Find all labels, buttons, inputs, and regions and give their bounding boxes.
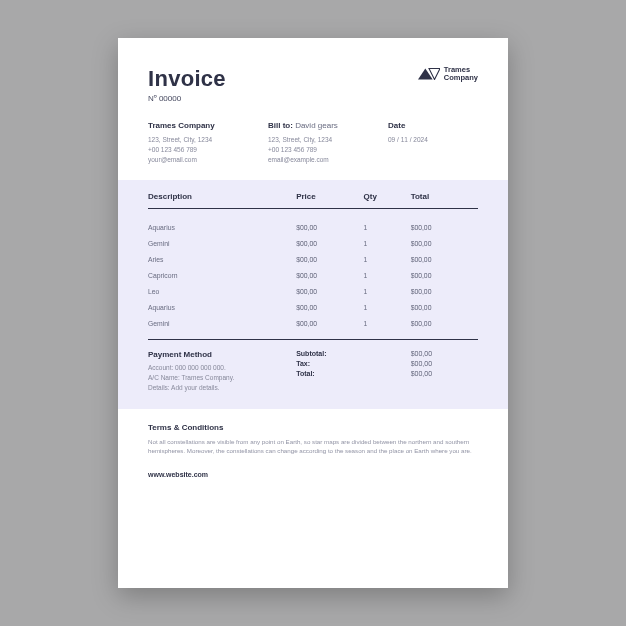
cell-desc: Leo	[148, 288, 296, 295]
billto-name: David gears	[295, 121, 338, 130]
cell-price: $00,00	[296, 320, 363, 327]
cell-qty: 1	[364, 288, 411, 295]
terms-body: Not all constellations are visible from …	[148, 437, 478, 456]
terms-heading: Terms & Conditions	[148, 423, 478, 432]
from-address: 123, Street, City, 1234	[148, 135, 238, 145]
cell-price: $00,00	[296, 256, 363, 263]
payment-acname: A/C Name: Trames Company.	[148, 373, 296, 383]
payment-heading: Payment Method	[148, 350, 296, 359]
cell-price: $00,00	[296, 224, 363, 231]
subtotal-value: $00,00	[411, 350, 478, 357]
payment-details: Details: Add your details.	[148, 383, 296, 393]
company-sub: Company	[444, 74, 478, 82]
cell-qty: 1	[364, 304, 411, 311]
total-value: $00,00	[411, 370, 478, 377]
cell-price: $00,00	[296, 304, 363, 311]
table-header-row: Description Price Qty Total	[148, 192, 478, 209]
table-row: Capricorn$00,001$00,00	[148, 267, 478, 283]
col-header-description: Description	[148, 192, 296, 201]
date-value: 09 / 11 / 2024	[388, 135, 478, 145]
tax-label: Tax:	[296, 360, 411, 367]
info-row: Trames Company 123, Street, City, 1234 +…	[118, 117, 508, 180]
from-phone: +00 123 456 789	[148, 145, 238, 155]
cell-total: $00,00	[411, 320, 478, 327]
header: Invoice Nº 00000 Trames Company	[118, 38, 508, 117]
cell-desc: Aquarius	[148, 224, 296, 231]
total-label: Total:	[296, 370, 411, 377]
cell-qty: 1	[364, 224, 411, 231]
table-row: Gemini$00,001$00,00	[148, 315, 478, 331]
tax-value: $00,00	[411, 360, 478, 367]
billto-heading: Bill to: David gears	[268, 121, 358, 130]
table-body: Aquarius$00,001$00,00Gemini$00,001$00,00…	[148, 219, 478, 331]
date-heading: Date	[388, 121, 478, 130]
summary-total: Total: $00,00	[296, 370, 478, 377]
table-row: Aries$00,001$00,00	[148, 251, 478, 267]
cell-desc: Gemini	[148, 240, 296, 247]
cell-total: $00,00	[411, 288, 478, 295]
cell-qty: 1	[364, 256, 411, 263]
invoice-number: Nº 00000	[148, 94, 226, 103]
payment-method: Payment Method Account: 000 000 000 000.…	[148, 350, 296, 392]
cell-price: $00,00	[296, 272, 363, 279]
cell-qty: 1	[364, 240, 411, 247]
terms-section: Terms & Conditions Not all constellation…	[118, 409, 508, 466]
billto-phone: +00 123 456 789	[268, 145, 358, 155]
cell-desc: Gemini	[148, 320, 296, 327]
billto-address: 123, Street, City, 1234	[268, 135, 358, 145]
col-header-qty: Qty	[364, 192, 411, 201]
summary-subtotal: Subtotal: $00,00	[296, 350, 478, 357]
cell-total: $00,00	[411, 224, 478, 231]
cell-price: $00,00	[296, 288, 363, 295]
cell-qty: 1	[364, 272, 411, 279]
title-block: Invoice Nº 00000	[148, 66, 226, 103]
summary-tax: Tax: $00,00	[296, 360, 478, 367]
table-row: Aquarius$00,001$00,00	[148, 299, 478, 315]
table-row: Gemini$00,001$00,00	[148, 235, 478, 251]
logo-text: Trames Company	[444, 66, 478, 83]
logo: Trames Company	[418, 66, 478, 83]
cell-qty: 1	[364, 320, 411, 327]
col-header-total: Total	[411, 192, 478, 201]
cell-desc: Aries	[148, 256, 296, 263]
cell-desc: Capricorn	[148, 272, 296, 279]
cell-total: $00,00	[411, 240, 478, 247]
summary: Subtotal: $00,00 Tax: $00,00 Total: $00,…	[296, 350, 478, 392]
from-email: your@email.com	[148, 155, 238, 165]
table-row: Aquarius$00,001$00,00	[148, 219, 478, 235]
col-header-price: Price	[296, 192, 363, 201]
cell-total: $00,00	[411, 256, 478, 263]
invoice-page: Invoice Nº 00000 Trames Company Trames C…	[118, 38, 508, 588]
cell-price: $00,00	[296, 240, 363, 247]
triangle-logo-icon	[418, 68, 440, 80]
invoice-title: Invoice	[148, 66, 226, 92]
cell-total: $00,00	[411, 272, 478, 279]
billto-email: email@example.com	[268, 155, 358, 165]
date-block: Date 09 / 11 / 2024	[388, 121, 478, 164]
items-table: Description Price Qty Total Aquarius$00,…	[118, 180, 508, 408]
cell-total: $00,00	[411, 304, 478, 311]
cell-desc: Aquarius	[148, 304, 296, 311]
table-footer: Payment Method Account: 000 000 000 000.…	[148, 339, 478, 392]
billto-block: Bill to: David gears 123, Street, City, …	[268, 121, 358, 164]
footer: www.website.com	[118, 465, 508, 484]
from-heading: Trames Company	[148, 121, 238, 130]
payment-account: Account: 000 000 000 000.	[148, 363, 296, 373]
website: www.website.com	[148, 471, 208, 478]
table-row: Leo$00,001$00,00	[148, 283, 478, 299]
from-block: Trames Company 123, Street, City, 1234 +…	[148, 121, 238, 164]
subtotal-label: Subtotal:	[296, 350, 411, 357]
